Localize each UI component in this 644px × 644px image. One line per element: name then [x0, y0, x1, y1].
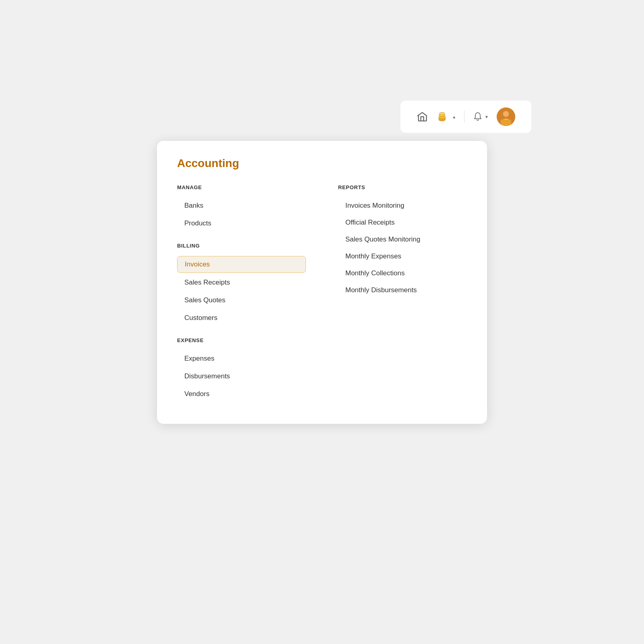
bell-dropdown-arrow: ▼	[485, 115, 489, 119]
menu-item-invoices-monitoring[interactable]: Invoices Monitoring	[338, 198, 467, 214]
home-icon[interactable]	[417, 111, 428, 122]
menu-item-invoices[interactable]: Invoices	[177, 256, 306, 273]
menu-title: Accounting	[177, 157, 467, 170]
accounting-dropdown-arrow: ▲	[452, 115, 456, 119]
menu-item-sales-quotes-monitoring[interactable]: Sales Quotes Monitoring	[338, 231, 467, 248]
menu-item-expenses[interactable]: Expenses	[177, 351, 306, 367]
expense-items: Expenses Disbursements Vendors	[177, 351, 306, 402]
reports-section-header: REPORTS	[338, 184, 467, 190]
menu-item-sales-quotes[interactable]: Sales Quotes	[177, 292, 306, 308]
accounting-dropdown-menu: Accounting MANAGE Banks Products BILLING…	[157, 141, 487, 424]
avatar-image	[497, 107, 515, 126]
menu-item-products[interactable]: Products	[177, 215, 306, 231]
menu-item-monthly-expenses[interactable]: Monthly Expenses	[338, 248, 467, 264]
notifications-button[interactable]: ▼	[473, 111, 489, 122]
menu-col-left: MANAGE Banks Products BILLING Invoices S…	[177, 184, 322, 404]
svg-point-10	[503, 111, 509, 117]
billing-section-header: BILLING	[177, 243, 306, 249]
nav-divider	[464, 111, 464, 123]
manage-items: Banks Products	[177, 198, 306, 231]
top-nav: ▲ ▼	[97, 97, 547, 137]
billing-items: Invoices Sales Receipts Sales Quotes Cus…	[177, 256, 306, 326]
menu-col-right: REPORTS Invoices Monitoring Official Rec…	[322, 184, 467, 404]
menu-item-vendors[interactable]: Vendors	[177, 386, 306, 402]
manage-section-header: MANAGE	[177, 184, 306, 190]
expense-section-header: EXPENSE	[177, 337, 306, 343]
menu-item-sales-receipts[interactable]: Sales Receipts	[177, 275, 306, 291]
menu-item-monthly-collections[interactable]: Monthly Collections	[338, 265, 467, 281]
menu-item-disbursements[interactable]: Disbursements	[177, 368, 306, 384]
svg-point-6	[440, 112, 445, 115]
menu-item-monthly-disbursements[interactable]: Monthly Disbursements	[338, 282, 467, 298]
page-container: ▲ ▼	[97, 97, 547, 547]
menu-columns: MANAGE Banks Products BILLING Invoices S…	[177, 184, 467, 404]
nav-right: ▲ ▼	[400, 101, 531, 133]
svg-rect-11	[501, 120, 511, 126]
menu-item-customers[interactable]: Customers	[177, 310, 306, 326]
menu-item-official-receipts[interactable]: Official Receipts	[338, 215, 467, 231]
reports-items: Invoices Monitoring Official Receipts Sa…	[338, 198, 467, 298]
accounting-menu-button[interactable]: ▲	[436, 110, 456, 124]
avatar[interactable]	[497, 107, 515, 126]
menu-item-banks[interactable]: Banks	[177, 198, 306, 214]
nav-left	[113, 97, 400, 137]
